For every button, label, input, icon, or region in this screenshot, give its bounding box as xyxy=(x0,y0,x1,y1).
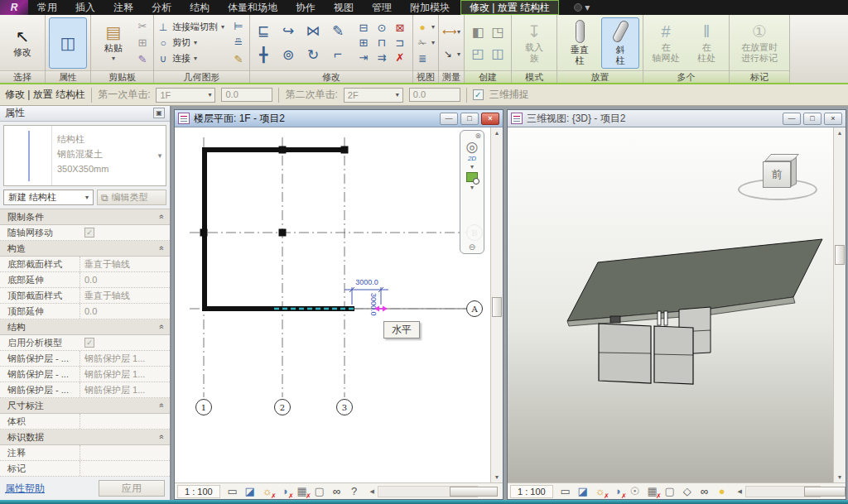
tab-modify-place-structural-column[interactable]: 修改 | 放置 结构柱 xyxy=(460,0,559,15)
panel-label[interactable]: 放置 xyxy=(557,70,643,83)
cut-tool[interactable]: ○ 剪切 ▾ xyxy=(157,36,224,50)
edit-type-button[interactable]: ⧉ 编辑类型 xyxy=(97,190,166,205)
steering-wheel-icon[interactable]: ◎ xyxy=(466,141,479,154)
slanted-column-button[interactable]: 斜 柱 xyxy=(601,17,639,69)
panel-label[interactable]: 剪贴板 xyxy=(91,70,153,83)
reveal-hidden-icon[interactable]: ∞ xyxy=(330,485,344,498)
dimension-value-vertical[interactable]: 3000.0 xyxy=(369,293,378,316)
beam-wall-join-icon[interactable]: ⊨ xyxy=(231,20,246,33)
section-collapse-icon[interactable]: » xyxy=(154,324,169,329)
measure-between-icon[interactable]: ↘ ▾ xyxy=(442,47,460,61)
grid-bubble-1[interactable]: 1 xyxy=(201,403,206,412)
section-collapse-icon[interactable]: » xyxy=(154,434,169,439)
property-row[interactable]: 标识数据 ✓ » xyxy=(0,430,170,445)
offset-icon[interactable]: ↪ xyxy=(278,21,298,41)
viewcube[interactable]: 前 xyxy=(733,149,822,209)
match-type-icon[interactable]: ✎ xyxy=(135,53,150,66)
property-row[interactable]: 标记 ✓ » xyxy=(0,461,170,477)
checkbox-checked-icon[interactable]: ✓ xyxy=(84,228,94,238)
property-row[interactable]: 结构 ✓ » xyxy=(0,319,170,335)
restore-button[interactable]: □ xyxy=(803,113,822,125)
property-row[interactable]: 底部截面样式 垂直于轴线 ✓ » xyxy=(0,257,170,272)
ribbon-tab[interactable]: 分析 xyxy=(142,0,181,15)
ribbon-tab[interactable]: 协作 xyxy=(287,0,325,15)
tag-on-placement-button[interactable]: ① 在放置时 进行标记 xyxy=(733,17,786,69)
3d-canvas[interactable]: 前 xyxy=(508,127,833,482)
property-row[interactable]: 限制条件 ✓ » xyxy=(0,209,170,225)
element-filter-select[interactable]: 新建 结构柱 ▾ xyxy=(3,190,94,205)
analytical-model-icon[interactable]: ? xyxy=(347,485,362,498)
property-row[interactable]: 顶部延伸 0.0 ✓ » xyxy=(0,304,170,319)
close-button[interactable]: × xyxy=(824,113,842,125)
create-assembly-icon[interactable]: ◰ xyxy=(470,47,485,60)
application-menu-button[interactable]: R xyxy=(0,0,28,15)
visual-style-icon[interactable]: ◪ xyxy=(576,485,590,498)
first-click-offset-input[interactable]: 0.0 xyxy=(221,88,272,102)
scroll-up-icon[interactable]: ▲ xyxy=(834,127,846,138)
scroll-up-icon[interactable]: ▲ xyxy=(491,127,503,138)
minimize-button[interactable]: — xyxy=(440,113,458,125)
property-row[interactable]: 随轴网移动 ✓ » xyxy=(0,225,170,241)
plan-horizontal-scrollbar[interactable]: ◀ ▶ xyxy=(367,485,489,497)
copy-icon[interactable]: ⊚ xyxy=(278,45,298,65)
plan-canvas[interactable]: 3000.0 3000.0 1 2 xyxy=(175,127,490,482)
ribbon-tab[interactable]: 常用 xyxy=(28,0,66,15)
unlock-3d-icon[interactable]: ◇ xyxy=(680,485,695,498)
create-parts-icon[interactable]: ◫ xyxy=(490,47,505,60)
viewcube-side-face[interactable] xyxy=(791,157,797,187)
panel-label[interactable]: 视图 xyxy=(413,70,438,83)
shadows-icon[interactable]: ◑ ✗ xyxy=(610,485,625,498)
split-gap-icon[interactable]: ⊙ xyxy=(374,22,389,35)
viewcube-front-face[interactable]: 前 xyxy=(763,161,791,188)
reveal-hidden-icon[interactable]: ∞ xyxy=(697,485,712,498)
load-family-button[interactable]: ↧ 载入 族 xyxy=(515,17,553,69)
palette-title-bar[interactable]: 属性 ▣ xyxy=(0,106,170,122)
grid-bubble-2[interactable]: 2 xyxy=(280,403,285,412)
3d-horizontal-scrollbar[interactable]: ◀ ▶ xyxy=(735,485,831,497)
shadows-icon[interactable]: ◑ ✗ xyxy=(277,485,292,498)
detail-level-icon[interactable]: ▭ xyxy=(225,485,240,498)
section-collapse-icon[interactable]: » xyxy=(154,403,169,408)
chevron-down-icon[interactable]: ▾ xyxy=(470,184,474,191)
view-scale-button[interactable]: 1 : 100 xyxy=(510,485,553,498)
property-row[interactable]: 构造 ✓ » xyxy=(0,241,170,257)
create-similar-icon[interactable]: ◳ xyxy=(490,26,505,39)
panel-label[interactable]: 模式 xyxy=(512,70,556,83)
temporary-hide-icon[interactable]: ● xyxy=(715,485,730,498)
chevron-down-icon[interactable]: ▾ xyxy=(470,163,474,170)
checkbox-checked-icon[interactable]: ✓ xyxy=(84,338,94,348)
navigation-bar[interactable]: ⊗ ◎ 2D ▾ ▾ ⊖ xyxy=(460,130,484,254)
measure-ruler-icon[interactable]: ⟷ ▾ xyxy=(442,25,460,39)
vertical-column-button[interactable]: 垂直 柱 xyxy=(561,17,599,69)
unpin-icon[interactable]: ⊠ xyxy=(393,22,407,35)
zoom-icon[interactable] xyxy=(466,172,478,182)
modify-button[interactable]: ↖ 修改 xyxy=(3,17,41,69)
property-row[interactable]: 注释 ✓ » xyxy=(0,445,170,461)
minimize-button[interactable]: — xyxy=(783,113,801,125)
crop-view-icon[interactable]: ▦ ✗ xyxy=(645,485,660,498)
align-icon[interactable]: ⊑ xyxy=(253,21,273,41)
crop-view-icon[interactable]: ▦ ✗ xyxy=(295,485,310,498)
section-collapse-icon[interactable]: » xyxy=(154,246,169,251)
trim-corner-icon[interactable]: ⌐ xyxy=(328,45,348,65)
navbar-close-icon[interactable]: ⊗ xyxy=(475,132,481,139)
trim-extend-single-icon[interactable]: ⇥ xyxy=(356,51,371,65)
wall-join-icon[interactable]: ≞ xyxy=(231,36,246,50)
at-grids-button[interactable]: # 在 轴网处 xyxy=(647,17,685,69)
property-row[interactable]: 钢筋保护层 - ... 钢筋保护层 1... ✓ » xyxy=(0,367,170,382)
ribbon-tab[interactable]: 结构 xyxy=(181,0,219,15)
navbar-collapse-icon[interactable]: ⊖ xyxy=(469,242,475,252)
ribbon-tab[interactable]: 插入 xyxy=(66,0,104,15)
panel-label[interactable]: 测量 xyxy=(439,70,464,83)
panel-label[interactable]: 标记 xyxy=(730,70,789,83)
show-crop-icon[interactable]: ▢ xyxy=(662,485,677,498)
panel-label[interactable]: 几何图形 xyxy=(154,70,249,83)
ribbon-display-toggle[interactable]: ▾ xyxy=(567,0,596,15)
panel-label[interactable]: 属性 xyxy=(46,70,90,83)
sun-path-icon[interactable]: ☼ ✗ xyxy=(593,485,608,498)
detail-level-icon[interactable]: ▭ xyxy=(558,485,573,498)
dimension-value[interactable]: 3000.0 xyxy=(355,278,378,286)
scale-icon[interactable]: ⊓ xyxy=(374,36,389,50)
second-click-level-select[interactable]: 2F ▾ xyxy=(344,88,403,103)
close-button[interactable]: × xyxy=(481,113,499,125)
